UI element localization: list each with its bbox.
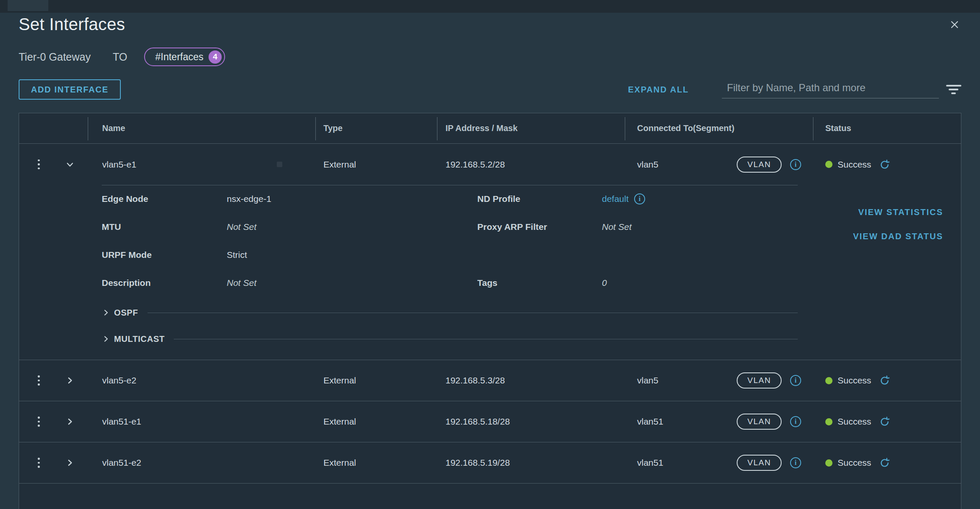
expanded-left-gutter [19, 185, 88, 360]
refresh-status-icon[interactable] [879, 457, 890, 468]
view-statistics-link[interactable]: VIEW STATISTICS [858, 207, 943, 217]
header-type: Type [315, 113, 437, 143]
interfaces-count-badge: 4 [209, 50, 222, 64]
chevron-right-icon[interactable] [65, 458, 75, 467]
set-interfaces-dialog: Set Interfaces Tier-0 Gateway TO #Interf… [0, 0, 980, 509]
segment-name: vlan51 [637, 458, 663, 468]
detail-line: URPF Mode Strict [102, 241, 813, 269]
chevron-down-icon[interactable] [65, 160, 75, 169]
toolbar-right: EXPAND ALL [628, 81, 961, 98]
segment-name: vlan5 [637, 375, 658, 386]
row-menu-kebab-icon[interactable] [36, 456, 42, 470]
section-divider [174, 339, 798, 339]
mtu-value: Not Set [227, 222, 256, 232]
row-menu-kebab-icon[interactable] [36, 374, 42, 387]
refresh-status-icon[interactable] [879, 375, 890, 386]
chevron-right-icon [102, 308, 110, 317]
interfaces-count-pill[interactable]: #Interfaces 4 [144, 48, 225, 66]
row-menu-kebab-icon[interactable] [36, 415, 42, 428]
cell-name: vlan51-e1 [88, 417, 315, 427]
vlan-type-pill: VLAN [737, 157, 782, 173]
breadcrumb-gateway: Tier-0 Gateway [19, 51, 91, 63]
nd-profile-value-link[interactable]: default [602, 194, 629, 204]
interfaces-table: Name Type IP Address / Mask Connected To… [19, 113, 961, 509]
info-icon[interactable]: i [790, 457, 801, 468]
filter-icon[interactable] [946, 83, 961, 96]
tags-label: Tags [477, 278, 602, 288]
cell-status: Success [813, 159, 961, 170]
info-icon[interactable]: i [790, 159, 801, 170]
detail-line: Description Not Set Tags 0 [102, 269, 813, 297]
mtu-label: MTU [102, 222, 227, 232]
expanded-links-column: VIEW STATISTICS VIEW DAD STATUS [813, 185, 961, 360]
info-icon[interactable]: i [790, 416, 801, 427]
expanded-detail-panel: Edge Node nsx-edge-1 ND Profile default … [88, 185, 813, 360]
header-actions-column [19, 113, 88, 143]
table-row[interactable]: vlan51-e2 External 192.168.5.19/28 vlan5… [19, 442, 961, 483]
refresh-status-icon[interactable] [879, 416, 890, 427]
success-status-dot [825, 377, 832, 384]
breadcrumb-gateway-abbrev: TO [113, 51, 127, 63]
table-row[interactable]: vlan51-e1 External 192.168.5.18/28 vlan5… [19, 401, 961, 442]
success-status-dot [825, 161, 832, 168]
page-title: Set Interfaces [19, 14, 125, 34]
vlan-type-pill: VLAN [737, 414, 782, 430]
chevron-right-icon[interactable] [65, 376, 75, 385]
table-row-expanded: vlan5-e1 External 192.168.5.2/28 vlan5 V… [19, 143, 961, 360]
cell-type: External [315, 159, 437, 170]
edge-node-label: Edge Node [102, 194, 227, 204]
vlan-type-pill: VLAN [737, 455, 782, 471]
segment-name: vlan51 [637, 417, 663, 427]
status-text: Success [838, 417, 871, 427]
table-row[interactable]: vlan5-e2 External 192.168.5.3/28 vlan5 V… [19, 360, 961, 401]
cell-status: Success [813, 375, 961, 386]
row-menu-kebab-icon[interactable] [36, 158, 42, 171]
cell-connected-to: vlan5 VLAN i [625, 372, 813, 389]
cell-name: vlan5-e1 [88, 159, 315, 170]
filter-field-wrap [722, 81, 939, 98]
detail-line: MTU Not Set Proxy ARP Filter Not Set [102, 213, 813, 241]
cell-ip: 192.168.5.3/28 [437, 375, 625, 386]
nd-profile-info-icon[interactable]: i [634, 193, 645, 204]
refresh-status-icon[interactable] [879, 159, 890, 170]
multicast-section-toggle[interactable]: MULTICAST [102, 331, 798, 347]
cell-type: External [315, 375, 437, 386]
expand-all-button[interactable]: EXPAND ALL [628, 85, 689, 95]
table-row[interactable]: vlan5-e1 External 192.168.5.2/28 vlan5 V… [19, 144, 961, 185]
tags-value: 0 [602, 278, 607, 288]
description-label: Description [102, 278, 227, 288]
proxy-arp-label: Proxy ARP Filter [477, 222, 602, 232]
segment-name: vlan5 [637, 159, 658, 170]
close-icon[interactable] [949, 19, 961, 31]
ospf-section-label: OSPF [114, 308, 138, 318]
status-text: Success [838, 375, 871, 386]
view-dad-status-link[interactable]: VIEW DAD STATUS [853, 232, 943, 241]
edit-hover-artifact [277, 162, 282, 167]
table-empty-area [19, 483, 961, 509]
header-connected-to: Connected To(Segment) [625, 113, 813, 143]
header-name: Name [88, 113, 315, 143]
chevron-right-icon[interactable] [65, 417, 75, 426]
cell-connected-to: vlan51 VLAN i [625, 414, 813, 430]
success-status-dot [825, 418, 832, 425]
cell-type: External [315, 417, 437, 427]
vlan-type-pill: VLAN [737, 372, 782, 389]
edge-node-value: nsx-edge-1 [227, 194, 271, 204]
status-text: Success [838, 159, 871, 170]
expanded-detail-area: Edge Node nsx-edge-1 ND Profile default … [19, 185, 961, 360]
cell-connected-to: vlan5 VLAN i [625, 157, 813, 173]
table-header-row: Name Type IP Address / Mask Connected To… [19, 113, 961, 143]
urpf-mode-value: Strict [227, 250, 247, 260]
filter-input[interactable] [722, 81, 939, 98]
cell-connected-to: vlan51 VLAN i [625, 455, 813, 471]
toolbar: ADD INTERFACE EXPAND ALL [19, 79, 961, 100]
urpf-mode-label: URPF Mode [102, 250, 227, 260]
add-interface-button[interactable]: ADD INTERFACE [19, 79, 121, 100]
status-text: Success [838, 458, 871, 468]
description-value: Not Set [227, 278, 256, 288]
success-status-dot [825, 459, 832, 467]
detail-line: Edge Node nsx-edge-1 ND Profile default … [102, 185, 813, 213]
ospf-section-toggle[interactable]: OSPF [102, 305, 798, 320]
info-icon[interactable]: i [790, 375, 801, 386]
proxy-arp-value: Not Set [602, 222, 632, 232]
